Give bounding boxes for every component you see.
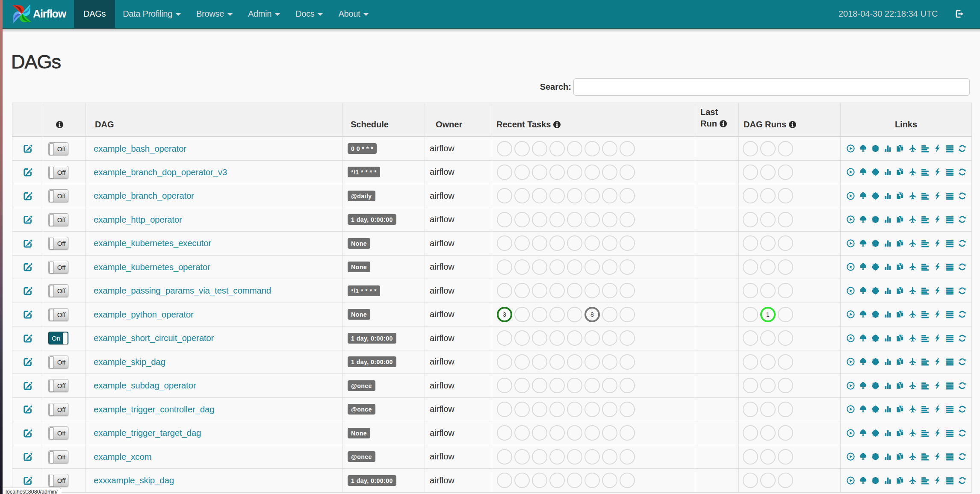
- task-state-circle[interactable]: [620, 188, 635, 203]
- refresh-icon[interactable]: [958, 144, 966, 153]
- task-state-circle[interactable]: [602, 165, 617, 180]
- task-duration-icon[interactable]: [884, 382, 892, 390]
- edit-dag-icon[interactable]: [22, 285, 33, 297]
- task-state-circle[interactable]: 3: [497, 307, 512, 322]
- task-state-circle[interactable]: [584, 354, 600, 370]
- code-view-icon[interactable]: [933, 476, 942, 485]
- task-state-circle[interactable]: [497, 449, 512, 465]
- header-dag[interactable]: DAG: [86, 103, 342, 137]
- trigger-dag-icon[interactable]: [847, 215, 855, 223]
- task-state-circle[interactable]: [584, 283, 600, 298]
- task-state-circle[interactable]: [514, 188, 530, 203]
- task-state-circle[interactable]: [743, 212, 758, 227]
- code-view-icon[interactable]: [933, 429, 942, 437]
- search-input[interactable]: [573, 78, 970, 96]
- task-state-circle[interactable]: [532, 449, 547, 465]
- code-view-icon[interactable]: [933, 144, 942, 153]
- task-state-circle[interactable]: [743, 425, 758, 441]
- task-state-circle[interactable]: [584, 425, 600, 441]
- task-state-circle[interactable]: [778, 307, 793, 322]
- task-duration-icon[interactable]: [884, 405, 892, 413]
- refresh-icon[interactable]: [958, 453, 966, 461]
- task-state-circle[interactable]: [760, 212, 776, 227]
- trigger-dag-icon[interactable]: [847, 358, 855, 366]
- task-state-circle[interactable]: [620, 330, 635, 346]
- gantt-icon[interactable]: [921, 263, 929, 271]
- landing-times-icon[interactable]: [909, 334, 917, 342]
- task-state-circle[interactable]: [532, 473, 547, 488]
- dag-pause-toggle[interactable]: Off: [48, 189, 68, 202]
- gantt-icon[interactable]: [921, 358, 929, 366]
- task-duration-icon[interactable]: [884, 144, 892, 153]
- dag-details-icon[interactable]: [946, 168, 954, 176]
- task-state-circle[interactable]: [602, 188, 617, 203]
- task-state-circle[interactable]: [620, 402, 635, 417]
- task-state-circle[interactable]: [602, 354, 617, 370]
- task-state-circle[interactable]: [584, 259, 600, 275]
- landing-times-icon[interactable]: [909, 476, 917, 485]
- dag-details-icon[interactable]: [946, 310, 954, 318]
- trigger-dag-icon[interactable]: [847, 192, 855, 200]
- task-state-circle[interactable]: [497, 165, 512, 180]
- refresh-icon[interactable]: [958, 382, 966, 390]
- tree-view-icon[interactable]: [859, 215, 867, 223]
- task-state-circle[interactable]: [549, 165, 565, 180]
- task-state-circle[interactable]: [514, 378, 530, 393]
- task-duration-icon[interactable]: [884, 453, 892, 461]
- task-state-circle[interactable]: [514, 307, 530, 322]
- task-state-circle[interactable]: [778, 425, 793, 441]
- gantt-icon[interactable]: [921, 310, 929, 318]
- task-state-circle[interactable]: [760, 378, 776, 393]
- refresh-icon[interactable]: [958, 192, 966, 200]
- dag-link[interactable]: example_kubernetes_operator: [86, 262, 210, 272]
- trigger-dag-icon[interactable]: [847, 476, 855, 485]
- task-state-circle[interactable]: [567, 165, 582, 180]
- task-state-circle[interactable]: [567, 141, 582, 156]
- task-state-circle[interactable]: [602, 283, 617, 298]
- info-icon[interactable]: [719, 120, 727, 128]
- dag-link[interactable]: example_skip_dag: [86, 357, 165, 367]
- task-state-circle[interactable]: [532, 283, 547, 298]
- task-state-circle[interactable]: [497, 212, 512, 227]
- task-duration-icon[interactable]: [884, 239, 892, 247]
- task-duration-icon[interactable]: [884, 429, 892, 437]
- gantt-icon[interactable]: [921, 453, 929, 461]
- edit-dag-icon[interactable]: [22, 403, 33, 415]
- task-state-circle[interactable]: [549, 188, 565, 203]
- task-state-circle[interactable]: [567, 473, 582, 488]
- task-state-circle[interactable]: [514, 330, 530, 346]
- dag-pause-toggle[interactable]: Off: [48, 450, 68, 463]
- code-view-icon[interactable]: [933, 287, 942, 295]
- task-state-circle[interactable]: [549, 212, 565, 227]
- graph-view-icon[interactable]: [871, 382, 880, 390]
- code-view-icon[interactable]: [933, 168, 942, 176]
- code-view-icon[interactable]: [933, 215, 942, 223]
- task-state-circle[interactable]: [778, 259, 793, 275]
- task-state-circle[interactable]: [549, 235, 565, 251]
- dag-link[interactable]: example_python_operator: [86, 309, 194, 320]
- gantt-icon[interactable]: [921, 405, 929, 413]
- task-state-circle[interactable]: [743, 165, 758, 180]
- code-view-icon[interactable]: [933, 239, 942, 247]
- dag-link[interactable]: example_trigger_controller_dag: [86, 404, 214, 415]
- dag-details-icon[interactable]: [946, 215, 954, 223]
- tree-view-icon[interactable]: [859, 287, 867, 295]
- tree-view-icon[interactable]: [859, 168, 867, 176]
- trigger-dag-icon[interactable]: [847, 405, 855, 413]
- task-state-circle[interactable]: [514, 473, 530, 488]
- task-state-circle[interactable]: [778, 449, 793, 465]
- task-tries-icon[interactable]: [896, 453, 904, 461]
- task-tries-icon[interactable]: [896, 476, 904, 485]
- trigger-dag-icon[interactable]: [847, 239, 855, 247]
- refresh-icon[interactable]: [958, 263, 966, 271]
- task-state-circle[interactable]: [497, 378, 512, 393]
- dag-details-icon[interactable]: [946, 476, 954, 485]
- dag-details-icon[interactable]: [946, 144, 954, 153]
- task-state-circle[interactable]: [532, 259, 547, 275]
- dag-link[interactable]: example_http_operator: [86, 215, 182, 225]
- landing-times-icon[interactable]: [909, 263, 917, 271]
- task-state-circle[interactable]: [760, 188, 776, 203]
- task-state-circle[interactable]: [743, 449, 758, 465]
- landing-times-icon[interactable]: [909, 239, 917, 247]
- task-state-circle[interactable]: [514, 283, 530, 298]
